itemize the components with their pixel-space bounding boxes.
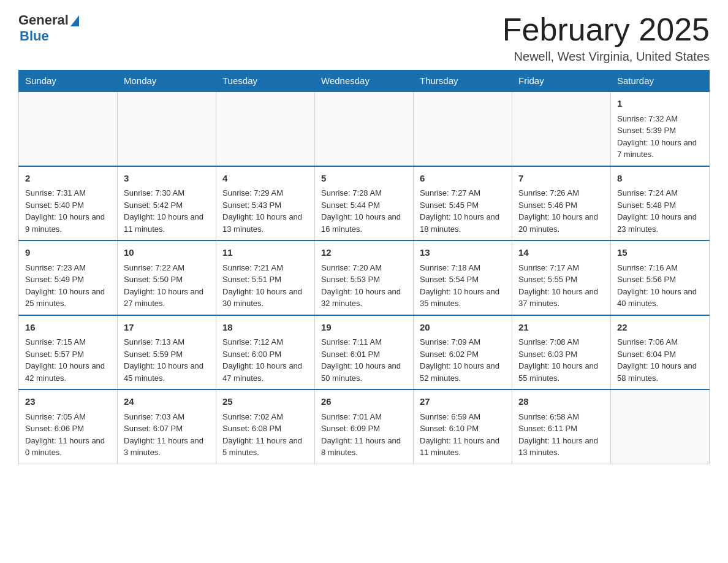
day-number: 16	[25, 321, 111, 335]
day-number: 27	[420, 395, 506, 409]
sunset-text: Sunset: 6:00 PM	[222, 350, 281, 359]
daylight-text: Daylight: 10 hours and 40 minutes.	[617, 287, 697, 308]
day-number: 22	[617, 321, 703, 335]
day-number: 25	[222, 395, 308, 409]
calendar-cell: 4Sunrise: 7:29 AMSunset: 5:43 PMDaylight…	[216, 166, 315, 241]
day-of-week-tuesday: Tuesday	[216, 71, 315, 92]
daylight-text: Daylight: 11 hours and 8 minutes.	[321, 436, 401, 458]
day-number: 17	[124, 321, 210, 335]
day-number: 9	[25, 246, 111, 260]
sunset-text: Sunset: 5:50 PM	[124, 275, 183, 284]
daylight-text: Daylight: 10 hours and 23 minutes.	[617, 212, 697, 234]
sunrise-text: Sunrise: 7:23 AM	[25, 263, 86, 272]
logo-blue-text: Blue	[20, 28, 49, 44]
day-of-week-sunday: Sunday	[19, 71, 118, 92]
calendar-cell: 12Sunrise: 7:20 AMSunset: 5:53 PMDayligh…	[315, 240, 414, 315]
sunset-text: Sunset: 6:01 PM	[321, 350, 380, 359]
day-number: 21	[518, 321, 604, 335]
sunset-text: Sunset: 6:10 PM	[420, 424, 479, 433]
sunset-text: Sunset: 5:56 PM	[617, 275, 676, 284]
daylight-text: Daylight: 11 hours and 13 minutes.	[518, 436, 598, 458]
logo-general-text: General	[18, 12, 69, 28]
day-of-week-thursday: Thursday	[414, 71, 512, 92]
sunrise-text: Sunrise: 7:26 AM	[518, 188, 579, 197]
daylight-text: Daylight: 11 hours and 5 minutes.	[222, 436, 302, 458]
sunset-text: Sunset: 5:49 PM	[25, 275, 84, 284]
daylight-text: Daylight: 10 hours and 11 minutes.	[124, 212, 203, 234]
sunset-text: Sunset: 6:02 PM	[420, 350, 479, 359]
sunrise-text: Sunrise: 7:21 AM	[222, 263, 283, 272]
month-title: February 2025	[502, 12, 710, 47]
day-number: 1	[617, 97, 703, 111]
calendar-cell: 2Sunrise: 7:31 AMSunset: 5:40 PMDaylight…	[19, 166, 118, 241]
sunset-text: Sunset: 5:54 PM	[420, 275, 479, 284]
daylight-text: Daylight: 10 hours and 50 minutes.	[321, 361, 401, 383]
sunrise-text: Sunrise: 7:05 AM	[25, 412, 86, 421]
calendar-week-3: 9Sunrise: 7:23 AMSunset: 5:49 PMDaylight…	[19, 240, 710, 315]
calendar-cell	[512, 91, 611, 166]
calendar-cell: 21Sunrise: 7:08 AMSunset: 6:03 PMDayligh…	[512, 315, 611, 390]
daylight-text: Daylight: 10 hours and 25 minutes.	[25, 287, 105, 308]
sunset-text: Sunset: 5:59 PM	[124, 350, 183, 359]
day-of-week-monday: Monday	[118, 71, 216, 92]
sunrise-text: Sunrise: 7:11 AM	[321, 337, 382, 347]
calendar-week-2: 2Sunrise: 7:31 AMSunset: 5:40 PMDaylight…	[19, 166, 710, 241]
sunrise-text: Sunrise: 7:13 AM	[124, 337, 184, 347]
sunset-text: Sunset: 5:57 PM	[25, 350, 84, 359]
calendar-cell: 28Sunrise: 6:58 AMSunset: 6:11 PMDayligh…	[512, 389, 611, 464]
sunset-text: Sunset: 5:43 PM	[222, 201, 281, 210]
calendar-cell: 15Sunrise: 7:16 AMSunset: 5:56 PMDayligh…	[611, 240, 710, 315]
calendar-cell: 1Sunrise: 7:32 AMSunset: 5:39 PMDaylight…	[611, 91, 710, 166]
sunset-text: Sunset: 5:55 PM	[518, 275, 577, 284]
calendar-cell	[216, 91, 315, 166]
daylight-text: Daylight: 10 hours and 47 minutes.	[222, 361, 302, 383]
calendar-cell	[611, 389, 710, 464]
sunset-text: Sunset: 6:06 PM	[25, 424, 84, 433]
sunrise-text: Sunrise: 7:15 AM	[25, 337, 86, 347]
sunrise-text: Sunrise: 7:30 AM	[124, 188, 184, 197]
day-number: 11	[222, 246, 308, 260]
sunset-text: Sunset: 6:04 PM	[617, 350, 676, 359]
calendar-cell: 23Sunrise: 7:05 AMSunset: 6:06 PMDayligh…	[19, 389, 118, 464]
calendar-cell: 13Sunrise: 7:18 AMSunset: 5:54 PMDayligh…	[414, 240, 512, 315]
calendar-cell: 26Sunrise: 7:01 AMSunset: 6:09 PMDayligh…	[315, 389, 414, 464]
daylight-text: Daylight: 10 hours and 20 minutes.	[518, 212, 598, 234]
sunrise-text: Sunrise: 7:02 AM	[222, 412, 283, 421]
sunset-text: Sunset: 5:48 PM	[617, 201, 676, 210]
sunrise-text: Sunrise: 7:28 AM	[321, 188, 382, 197]
sunrise-text: Sunrise: 6:59 AM	[420, 412, 480, 421]
daylight-text: Daylight: 10 hours and 42 minutes.	[25, 361, 105, 383]
location-subtitle: Newell, West Virginia, United States	[502, 50, 710, 64]
calendar-cell: 5Sunrise: 7:28 AMSunset: 5:44 PMDaylight…	[315, 166, 414, 241]
sunrise-text: Sunrise: 7:20 AM	[321, 263, 382, 272]
sunrise-text: Sunrise: 7:16 AM	[617, 263, 678, 272]
calendar-cell: 10Sunrise: 7:22 AMSunset: 5:50 PMDayligh…	[118, 240, 216, 315]
sunset-text: Sunset: 5:45 PM	[420, 201, 479, 210]
day-number: 23	[25, 395, 111, 409]
logo-triangle-icon	[70, 15, 79, 26]
sunrise-text: Sunrise: 7:12 AM	[222, 337, 283, 347]
daylight-text: Daylight: 10 hours and 37 minutes.	[518, 287, 598, 308]
calendar-cell	[19, 91, 118, 166]
calendar-cell: 8Sunrise: 7:24 AMSunset: 5:48 PMDaylight…	[611, 166, 710, 241]
calendar-cell: 27Sunrise: 6:59 AMSunset: 6:10 PMDayligh…	[414, 389, 512, 464]
calendar-cell: 3Sunrise: 7:30 AMSunset: 5:42 PMDaylight…	[118, 166, 216, 241]
sunrise-text: Sunrise: 7:18 AM	[420, 263, 480, 272]
daylight-text: Daylight: 11 hours and 11 minutes.	[420, 436, 499, 458]
calendar-body: 1Sunrise: 7:32 AMSunset: 5:39 PMDaylight…	[19, 91, 710, 464]
sunset-text: Sunset: 5:39 PM	[617, 126, 676, 135]
logo: General Blue	[18, 12, 79, 44]
sunrise-text: Sunrise: 7:08 AM	[518, 337, 579, 347]
sunrise-text: Sunrise: 7:27 AM	[420, 188, 480, 197]
day-number: 14	[518, 246, 604, 260]
day-number: 5	[321, 172, 407, 186]
sunset-text: Sunset: 6:09 PM	[321, 424, 380, 433]
day-number: 13	[420, 246, 506, 260]
day-number: 18	[222, 321, 308, 335]
calendar-cell: 18Sunrise: 7:12 AMSunset: 6:00 PMDayligh…	[216, 315, 315, 390]
daylight-text: Daylight: 10 hours and 58 minutes.	[617, 361, 697, 383]
calendar-cell	[118, 91, 216, 166]
day-number: 3	[124, 172, 210, 186]
calendar-cell: 6Sunrise: 7:27 AMSunset: 5:45 PMDaylight…	[414, 166, 512, 241]
day-number: 6	[420, 172, 506, 186]
